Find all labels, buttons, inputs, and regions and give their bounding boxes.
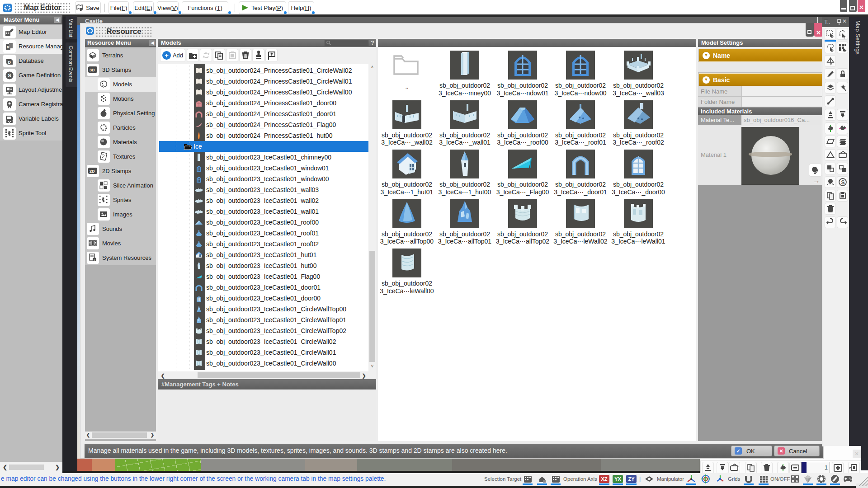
svg-text:S: S [8,73,11,78]
svg-text:R: R [7,45,9,49]
svg-text:D: D [8,60,11,65]
svg-text:3D: 3D [90,68,95,72]
svg-text:♪: ♪ [94,258,95,261]
svg-text:2D: 2D [90,169,95,174]
svg-text:S: S [841,179,844,185]
